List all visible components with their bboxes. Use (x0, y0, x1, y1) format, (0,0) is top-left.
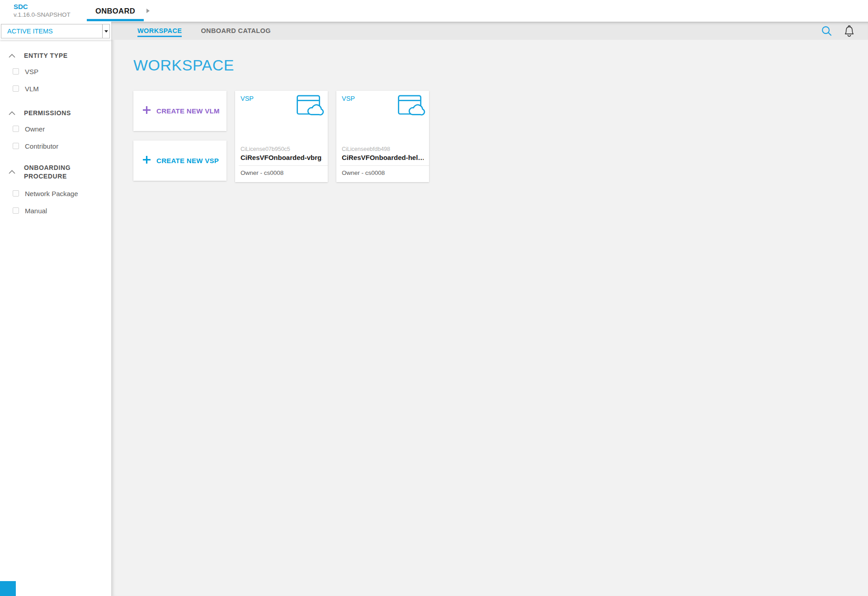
main-content: WORKSPACE ONBOARD CATALOG (111, 22, 868, 596)
filter-option-contributor[interactable]: Contributor (0, 142, 111, 150)
card-type-label: VSP (342, 95, 355, 102)
select-caret-zone[interactable] (102, 24, 109, 38)
filter-section-onboarding-procedure: ONBOARDING PROCEDURE Network Package Man… (0, 164, 111, 215)
plus-icon (142, 106, 151, 116)
filter-section-permissions: PERMISSIONS Owner Contributor (0, 109, 111, 150)
app-logo: SDC v.1.16.0-SNAPSHOT (14, 3, 71, 19)
filter-section-onboarding-procedure-header[interactable]: ONBOARDING PROCEDURE (0, 164, 111, 181)
tab-onboard-catalog[interactable]: ONBOARD CATALOG (201, 22, 270, 40)
chevron-up-icon (9, 54, 15, 58)
nav-expand-arrow-icon[interactable] (146, 9, 150, 13)
filter-list: ENTITY TYPE VSP VLM PERMISSIO (0, 40, 111, 215)
filter-sidebar: ACTIVE ITEMS ENTITY TYPE VSP (0, 22, 111, 596)
filter-section-permissions-header[interactable]: PERMISSIONS (0, 109, 111, 117)
spacer (0, 102, 111, 109)
tab-workspace[interactable]: WORKSPACE (137, 22, 182, 40)
card-type-label: VSP (241, 95, 254, 102)
create-new-vlm-label: CREATE NEW VLM (156, 107, 220, 115)
vsp-software-product-icon (397, 94, 425, 119)
card-license-name: CiLicenseebfdb498 (342, 146, 424, 152)
chevron-up-icon (9, 170, 15, 174)
checkbox-vsp[interactable] (13, 68, 19, 75)
plus-icon (142, 155, 151, 166)
sdc-onboard-page: SDC v.1.16.0-SNAPSHOT ONBOARD ACTIVE ITE… (0, 0, 868, 596)
card-license-name: CiLicense07b950c5 (241, 146, 322, 152)
create-new-vlm-button[interactable]: CREATE NEW VLM (133, 91, 226, 131)
filter-option-label: Contributor (25, 142, 58, 150)
card-permission: Owner - cs0008 (342, 169, 424, 176)
app-header: SDC v.1.16.0-SNAPSHOT ONBOARD (0, 0, 868, 22)
app-logo-title: SDC (14, 3, 71, 11)
filter-option-vsp[interactable]: VSP (0, 68, 111, 75)
catalog-toolbar: WORKSPACE ONBOARD CATALOG (111, 22, 868, 40)
filter-option-label: Owner (25, 125, 45, 133)
vsp-card[interactable]: VSP CiLicense07b950c5 CiResVFOnboarded-v… (235, 91, 328, 182)
toolbar-icons (821, 22, 855, 40)
spacer (0, 160, 111, 164)
card-name: CiResVFOnboarded-hel… (342, 154, 424, 161)
checkbox-owner[interactable] (13, 126, 19, 132)
card-permission: Owner - cs0008 (241, 169, 322, 176)
nav-tab-onboard[interactable]: ONBOARD (87, 0, 144, 22)
filter-section-title: ONBOARDING PROCEDURE (24, 164, 94, 181)
checkbox-contributor[interactable] (13, 143, 19, 149)
card-info: CiLicenseebfdb498 CiResVFOnboarded-hel… … (336, 146, 429, 182)
workspace-cards: CREATE NEW VLM CREATE NEW VSP VSP (133, 91, 429, 182)
create-buttons-column: CREATE NEW VLM CREATE NEW VSP (133, 91, 226, 181)
items-view-select-value: ACTIVE ITEMS (1, 24, 102, 38)
items-view-select[interactable]: ACTIVE ITEMS (1, 24, 110, 38)
create-new-vsp-label: CREATE NEW VSP (156, 157, 219, 164)
page-title: WORKSPACE (133, 56, 234, 74)
search-icon[interactable] (821, 25, 832, 37)
filter-option-manual[interactable]: Manual (0, 207, 111, 215)
filter-option-vlm[interactable]: VLM (0, 85, 111, 93)
sidebar-header: ACTIVE ITEMS (0, 22, 111, 40)
filter-option-label: Network Package (25, 190, 78, 197)
checkbox-network-package[interactable] (13, 190, 19, 197)
filter-option-label: Manual (25, 207, 47, 215)
card-divider (239, 165, 328, 166)
filter-section-entity-type-header[interactable]: ENTITY TYPE (0, 52, 111, 60)
caret-down-icon (104, 30, 108, 33)
checkbox-vlm[interactable] (13, 85, 19, 92)
checkbox-manual[interactable] (13, 207, 19, 214)
card-divider (340, 165, 429, 166)
chevron-up-icon (9, 111, 15, 115)
catalog-tabs: WORKSPACE ONBOARD CATALOG (137, 22, 271, 40)
corner-loader-square (0, 581, 16, 596)
filter-option-owner[interactable]: Owner (0, 125, 111, 133)
card-name: CiResVFOnboarded-vbrg… (241, 154, 322, 161)
create-new-vsp-button[interactable]: CREATE NEW VSP (133, 141, 226, 181)
filter-option-network-package[interactable]: Network Package (0, 190, 111, 197)
vsp-software-product-icon (296, 94, 324, 119)
card-info: CiLicense07b950c5 CiResVFOnboarded-vbrg…… (235, 146, 328, 182)
vsp-card[interactable]: VSP CiLicenseebfdb498 CiResVFOnboarded-h… (336, 91, 429, 182)
notifications-bell-icon[interactable] (843, 24, 855, 38)
filter-option-label: VSP (25, 68, 38, 75)
filter-option-label: VLM (25, 85, 39, 93)
filter-section-title: PERMISSIONS (24, 109, 71, 117)
filter-section-entity-type: ENTITY TYPE VSP VLM (0, 52, 111, 93)
app-version: v.1.16.0-SNAPSHOT (14, 11, 71, 19)
filter-section-title: ENTITY TYPE (24, 52, 68, 60)
